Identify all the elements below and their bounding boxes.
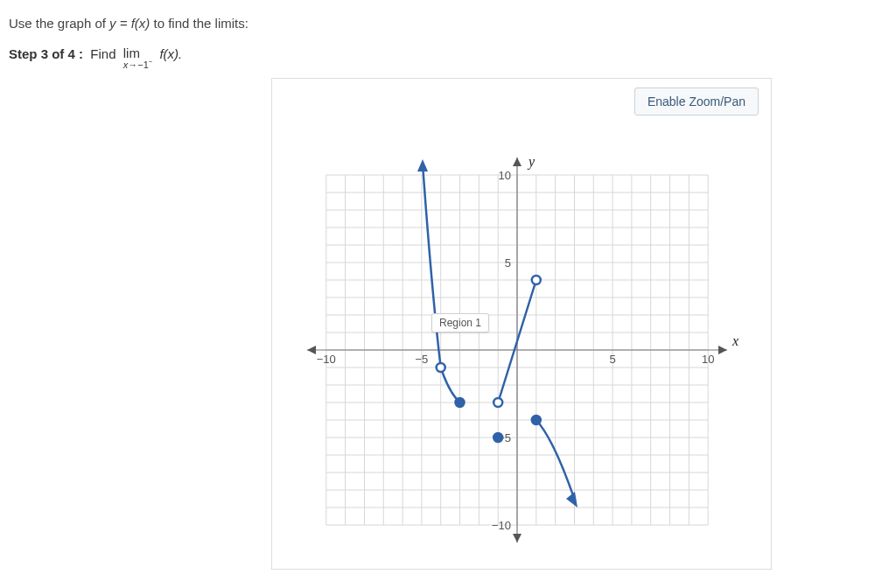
closed-point [456, 398, 465, 407]
svg-marker-46 [513, 158, 522, 166]
lim-sub: x→−1− [123, 59, 153, 70]
step-find: Find [90, 46, 116, 61]
prompt-text: Use the graph of y = f(x) to find the li… [9, 16, 887, 31]
graph-panel: Enable Zoom/Pan Region 1 [271, 78, 772, 570]
curve-piece-1 [423, 164, 441, 368]
svg-marker-45 [307, 346, 316, 354]
svg-text:−5: −5 [415, 353, 428, 366]
region-tooltip: Region 1 [431, 313, 489, 332]
step-line: Step 3 of 4 : Find lim x→−1− f(x). [9, 46, 182, 71]
svg-text:−10: −10 [492, 519, 511, 532]
svg-text:10: 10 [499, 169, 511, 182]
limit-notation: lim x→−1− [123, 46, 153, 71]
svg-marker-47 [513, 534, 522, 542]
closed-point [494, 433, 502, 442]
axes [307, 158, 727, 542]
plot-svg: −10 −5 5 10 10 5 −5 −10 y x [290, 149, 745, 560]
svg-text:5: 5 [505, 256, 511, 270]
svg-marker-44 [718, 346, 727, 354]
svg-text:10: 10 [702, 353, 714, 366]
arrow-up-icon [417, 159, 428, 172]
open-point [437, 363, 445, 372]
y-axis-label: y [527, 154, 536, 170]
svg-text:5: 5 [609, 353, 615, 366]
step-fx: f(x). [159, 46, 182, 61]
open-point [532, 276, 541, 284]
open-point [494, 398, 502, 407]
plot-area[interactable]: Region 1 [290, 149, 745, 560]
svg-text:−10: −10 [317, 353, 336, 366]
enable-zoom-button[interactable]: Enable Zoom/Pan [634, 88, 759, 116]
prompt-suffix: to find the limits: [150, 16, 248, 31]
step-label: Step 3 of 4 : [9, 46, 83, 61]
prompt-equation: y = f(x) [109, 16, 150, 31]
prompt-prefix: Use the graph of [9, 16, 109, 31]
x-axis-label: x [732, 333, 738, 348]
closed-point [532, 416, 541, 424]
